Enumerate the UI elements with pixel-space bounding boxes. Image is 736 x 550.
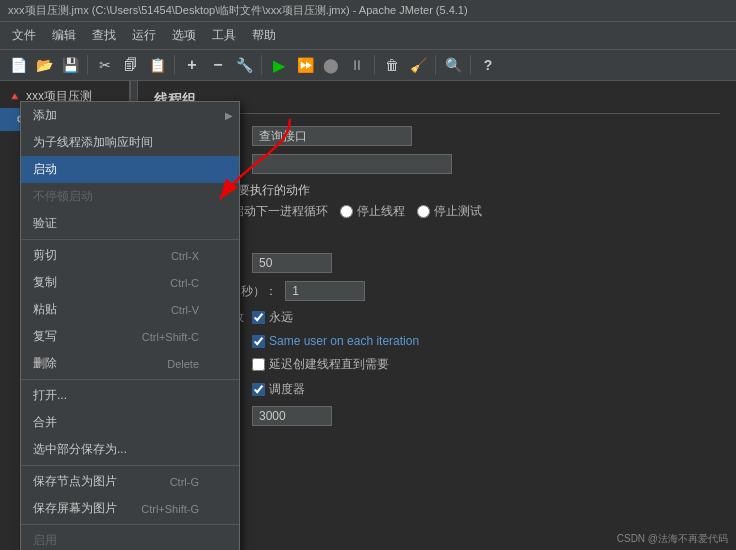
ctx-delete-shortcut: Delete <box>167 358 199 370</box>
name-input[interactable] <box>252 126 412 146</box>
ctx-save-selected[interactable]: 选中部分保存为... <box>21 436 239 463</box>
ctx-add-label: 添加 <box>33 107 57 124</box>
sep3 <box>261 55 262 75</box>
same-user-label: Same user on each iteration <box>269 334 419 348</box>
ctx-duplicate[interactable]: 复写 Ctrl+Shift-C <box>21 323 239 350</box>
sep6 <box>470 55 471 75</box>
ctx-sep1 <box>21 239 239 240</box>
error-action-group: 继续 启动下一进程循环 停止线程 停止测试 <box>162 203 720 220</box>
ctx-save-selected-label: 选中部分保存为... <box>33 441 127 458</box>
start-no-pause-btn[interactable]: ⏩ <box>293 53 317 77</box>
browse-btn[interactable]: 🔧 <box>232 53 256 77</box>
ctx-enable-label: 启用 <box>33 532 57 549</box>
main-area: 🔺 xxx项目压测 ⚙ 查询接口 ✕ HTTP 👁 察看... 📊 聚合... … <box>0 81 736 550</box>
watermark: CSDN @法海不再爱代码 <box>617 532 728 546</box>
add-btn[interactable]: + <box>180 53 204 77</box>
menu-查找[interactable]: 查找 <box>84 24 124 47</box>
ctx-save-as-image-label: 保存节点为图片 <box>33 473 117 490</box>
radio-stop-thread[interactable]: 停止线程 <box>340 203 405 220</box>
ctx-delete[interactable]: 删除 Delete <box>21 350 239 377</box>
duration-input[interactable] <box>252 406 332 426</box>
ctx-enable: 启用 <box>21 527 239 550</box>
ctx-delete-label: 删除 <box>33 355 57 372</box>
paste-btn[interactable]: 📋 <box>145 53 169 77</box>
stop-btn[interactable]: ⬤ <box>319 53 343 77</box>
ramp-up-input[interactable] <box>285 281 365 301</box>
sep4 <box>374 55 375 75</box>
menu-选项[interactable]: 选项 <box>164 24 204 47</box>
menu-工具[interactable]: 工具 <box>204 24 244 47</box>
scheduler-label: 调度器 <box>269 381 305 398</box>
title-bar: xxx项目压测.jmx (C:\Users\51454\Desktop\临时文件… <box>0 0 736 22</box>
scheduler-checkbox[interactable]: 调度器 <box>252 381 305 398</box>
new-btn[interactable]: 📄 <box>6 53 30 77</box>
ctx-cut-label: 剪切 <box>33 247 57 264</box>
same-user-checkbox[interactable]: Same user on each iteration <box>252 334 419 348</box>
sep1 <box>87 55 88 75</box>
ctx-sep4 <box>21 524 239 525</box>
ctx-save-as-image-shortcut: Ctrl-G <box>170 476 199 488</box>
ctx-add-think-time-label: 为子线程添加响应时间 <box>33 134 153 151</box>
ctx-start[interactable]: 启动 <box>21 156 239 183</box>
thread-count-input[interactable] <box>252 253 332 273</box>
ctx-paste-shortcut: Ctrl-V <box>171 304 199 316</box>
ctx-paste[interactable]: 粘贴 Ctrl-V <box>21 296 239 323</box>
ctx-duplicate-shortcut: Ctrl+Shift-C <box>142 331 199 343</box>
start-btn[interactable]: ▶ <box>267 53 291 77</box>
delay-create-row: 延迟创建线程直到需要 <box>252 356 720 373</box>
ctx-sep2 <box>21 379 239 380</box>
title-text: xxx项目压测.jmx (C:\Users\51454\Desktop\临时文件… <box>8 4 468 16</box>
sep5 <box>435 55 436 75</box>
ctx-duplicate-label: 复写 <box>33 328 57 345</box>
ctx-validate[interactable]: 验证 <box>21 210 239 237</box>
ctx-no-pause-label: 不停顿启动 <box>33 188 93 205</box>
ctx-add[interactable]: 添加 ▶ <box>21 102 239 129</box>
loop-forever-checkbox[interactable]: 永远 <box>252 309 293 326</box>
sep2 <box>174 55 175 75</box>
comment-input[interactable] <box>252 154 452 174</box>
ctx-merge-label: 合并 <box>33 414 57 431</box>
context-menu: 添加 ▶ 为子线程添加响应时间 启动 不停顿启动 验证 剪切 Ctrl-X 复制 <box>20 101 240 550</box>
ctx-add-think-time[interactable]: 为子线程添加响应时间 <box>21 129 239 156</box>
menu-bar: 文件编辑查找运行选项工具帮助 <box>0 22 736 50</box>
ctx-validate-label: 验证 <box>33 215 57 232</box>
ctx-merge[interactable]: 合并 <box>21 409 239 436</box>
remove-btn[interactable]: − <box>206 53 230 77</box>
ctx-paste-label: 粘贴 <box>33 301 57 318</box>
ctx-cut[interactable]: 剪切 Ctrl-X <box>21 242 239 269</box>
loop-forever-label: 永远 <box>269 309 293 326</box>
menu-运行[interactable]: 运行 <box>124 24 164 47</box>
toolbar: 📄 📂 💾 ✂ 🗐 📋 + − 🔧 ▶ ⏩ ⬤ ⏸ 🗑 🧹 🔍 ? <box>0 50 736 81</box>
ctx-copy[interactable]: 复制 Ctrl-C <box>21 269 239 296</box>
menu-文件[interactable]: 文件 <box>4 24 44 47</box>
ctx-copy-label: 复制 <box>33 274 57 291</box>
ctx-no-pause: 不停顿启动 <box>21 183 239 210</box>
ctx-add-arrow: ▶ <box>225 110 233 121</box>
ctx-sep3 <box>21 465 239 466</box>
ctx-save-screen-shortcut: Ctrl+Shift-G <box>141 503 199 515</box>
ctx-open-label: 打开... <box>33 387 67 404</box>
delay-create-label: 延迟创建线程直到需要 <box>269 356 389 373</box>
ctx-copy-shortcut: Ctrl-C <box>170 277 199 289</box>
cut-btn[interactable]: ✂ <box>93 53 117 77</box>
copy-btn[interactable]: 🗐 <box>119 53 143 77</box>
ctx-save-screen[interactable]: 保存屏幕为图片 Ctrl+Shift-G <box>21 495 239 522</box>
radio-stop-test[interactable]: 停止测试 <box>417 203 482 220</box>
ctx-cut-shortcut: Ctrl-X <box>171 250 199 262</box>
ctx-open[interactable]: 打开... <box>21 382 239 409</box>
save-btn[interactable]: 💾 <box>58 53 82 77</box>
menu-编辑[interactable]: 编辑 <box>44 24 84 47</box>
clear-btn[interactable]: 🗑 <box>380 53 404 77</box>
open-btn[interactable]: 📂 <box>32 53 56 77</box>
help-btn[interactable]: ? <box>476 53 500 77</box>
same-user-row: Same user on each iteration <box>252 334 720 348</box>
scheduler-row: 调度器 <box>252 381 720 398</box>
ctx-save-screen-label: 保存屏幕为图片 <box>33 500 117 517</box>
menu-帮助[interactable]: 帮助 <box>244 24 284 47</box>
delay-create-checkbox[interactable]: 延迟创建线程直到需要 <box>252 356 389 373</box>
ctx-start-label: 启动 <box>33 161 57 178</box>
ctx-save-as-image[interactable]: 保存节点为图片 Ctrl-G <box>21 468 239 495</box>
search-btn[interactable]: 🔍 <box>441 53 465 77</box>
clear-all-btn[interactable]: 🧹 <box>406 53 430 77</box>
shutdown-btn[interactable]: ⏸ <box>345 53 369 77</box>
